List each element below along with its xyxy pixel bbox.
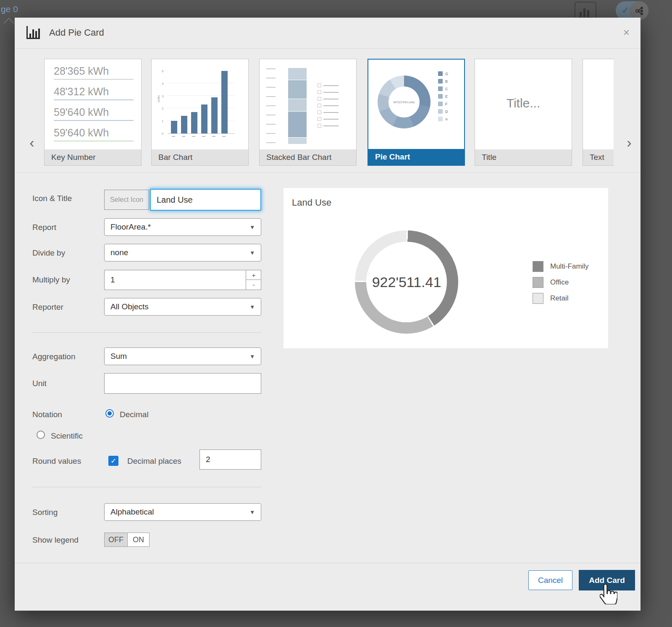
legend-item xyxy=(318,110,339,114)
notation-decimal-radio[interactable] xyxy=(105,409,114,418)
stepper-increase-button[interactable]: + xyxy=(246,270,261,280)
thumb-x-ticks xyxy=(168,134,235,137)
show-legend-toggle: OFF ON xyxy=(104,533,150,547)
axis-tick-label: 1 xyxy=(162,119,163,123)
sorting-dropdown[interactable]: Alphabetical ▼ xyxy=(104,503,261,521)
title-thumb-text: Title... xyxy=(475,96,572,110)
bar-chart-thumb: units 543210 xyxy=(152,59,248,149)
legend-label: Office xyxy=(550,278,569,287)
legend-item: E xyxy=(438,94,448,99)
stack-segment xyxy=(288,111,307,137)
carousel-next-button[interactable]: › xyxy=(623,134,635,151)
legend-text-placeholder xyxy=(323,125,339,126)
legend-item: Office xyxy=(533,277,589,288)
card-label: Text xyxy=(583,149,614,165)
bar-icon-part xyxy=(580,12,582,17)
legend-label: E xyxy=(445,94,448,99)
thumb-y-ticks: 543210 xyxy=(162,69,163,136)
notation-label: Notation xyxy=(32,410,62,419)
legend-label: D xyxy=(445,110,448,114)
thumb-legend: GBCEFDA xyxy=(438,71,448,124)
close-icon[interactable]: × xyxy=(623,27,630,38)
axis-tick-label: 0 xyxy=(162,132,163,136)
round-values-label: Round values xyxy=(32,457,81,466)
key-number-value: 59'640 kWh xyxy=(54,127,134,141)
card-label: Key Number xyxy=(45,149,141,165)
divide-by-value: none xyxy=(110,248,128,257)
card-type-carousel: ‹ › 28'365 kWh 48'312 kWh 59'640 kWh 59'… xyxy=(15,48,640,172)
legend-item xyxy=(318,97,339,101)
decimal-places-label: Decimal places xyxy=(127,457,181,466)
legend-swatch xyxy=(438,109,443,114)
legend-item: B xyxy=(438,79,448,84)
axis-tick-placeholder xyxy=(266,105,276,106)
chevron-down-icon: ▼ xyxy=(249,353,255,360)
add-pie-card-dialog: Add Pie Card × ‹ › 28'365 kWh 48'312 kWh… xyxy=(15,18,640,611)
legend-item xyxy=(318,124,339,128)
aggregation-dropdown[interactable]: Sum ▼ xyxy=(104,347,261,365)
thumb-donut: 64'922'943 units xyxy=(378,76,430,128)
select-icon-button[interactable]: Select Icon xyxy=(104,190,149,210)
legend-item xyxy=(318,90,339,94)
stack-segment xyxy=(288,80,307,99)
axis-tick-placeholder xyxy=(266,68,276,69)
dialog-title: Add Pie Card xyxy=(49,27,104,38)
legend-checkbox xyxy=(318,104,321,107)
legend-text-placeholder xyxy=(323,99,339,99)
card-preview-panel: Land Use 922'511.41 Multi-FamilyOfficeRe… xyxy=(284,188,608,348)
multiply-by-label: Multiply by xyxy=(32,275,70,285)
title-input[interactable] xyxy=(150,189,261,211)
multiply-by-input[interactable] xyxy=(104,270,261,290)
report-value: FloorArea.* xyxy=(110,222,151,232)
notation-scientific-label: Scientific xyxy=(51,431,83,441)
axis-tick-placeholder xyxy=(202,136,205,137)
aggregation-value: Sum xyxy=(110,352,127,361)
stack-segment xyxy=(288,99,307,112)
pie-chart-thumb: 64'922'943 units GBCEFDA xyxy=(368,60,464,149)
axis-tick-placeholder xyxy=(266,96,276,97)
card-type-pie-chart[interactable]: 64'922'943 units GBCEFDA Pie Chart xyxy=(368,59,465,166)
divide-by-label: Divide by xyxy=(32,248,65,258)
legend-on-button[interactable]: ON xyxy=(128,533,149,546)
bar xyxy=(211,97,218,133)
legend-item xyxy=(318,117,339,121)
round-values-checkbox[interactable]: ✓ xyxy=(108,456,118,466)
axis-tick-placeholder xyxy=(266,87,276,88)
report-dropdown[interactable]: FloorArea.* ▼ xyxy=(104,218,261,236)
legend-text-placeholder xyxy=(323,105,339,106)
thumb-donut-hole: 64'922'943 units xyxy=(388,86,420,118)
legend-off-button[interactable]: OFF xyxy=(105,533,128,546)
unit-input[interactable] xyxy=(104,373,261,394)
thumb-bar-plot xyxy=(168,71,235,134)
thumb-center-value: 64'922'943 units xyxy=(394,101,415,104)
multiply-by-stepper: + - xyxy=(246,270,261,290)
card-type-text[interactable]: # H ## Text xyxy=(583,59,614,166)
decimal-places-input[interactable] xyxy=(200,449,261,470)
notation-scientific-radio[interactable] xyxy=(37,431,45,439)
legend-text-placeholder xyxy=(323,85,339,86)
card-type-key-number[interactable]: 28'365 kWh 48'312 kWh 59'640 kWh 59'640 … xyxy=(44,59,142,166)
legend-item: Multi-Family xyxy=(533,261,589,272)
axis-tick-placeholder xyxy=(266,133,276,134)
icon-title-label: Icon & Title xyxy=(32,194,72,203)
axis-tick-label: 2 xyxy=(162,107,163,110)
cancel-button[interactable]: Cancel xyxy=(528,570,572,590)
legend-item xyxy=(318,104,339,107)
divide-by-dropdown[interactable]: none ▼ xyxy=(104,244,261,261)
card-type-title[interactable]: Title... Title xyxy=(475,59,572,166)
reporter-dropdown[interactable]: All Objects ▼ xyxy=(104,298,261,316)
stepper-decrease-button[interactable]: - xyxy=(246,280,261,290)
report-label: Report xyxy=(32,223,56,232)
card-type-stacked-bar-chart[interactable]: Stacked Bar Chart xyxy=(259,59,357,166)
preview-center-value: 922'511.41 xyxy=(372,274,441,290)
card-type-bar-chart[interactable]: units 543210 Bar Chart xyxy=(151,59,249,166)
axis-tick-placeholder xyxy=(266,78,276,78)
bar xyxy=(201,104,207,133)
preview-donut-hole: 922'511.41 xyxy=(366,242,447,322)
legend-item: Retail xyxy=(533,293,589,304)
preview-legend: Multi-FamilyOfficeRetail xyxy=(533,261,589,309)
notation-decimal-label: Decimal xyxy=(120,410,149,419)
axis-tick-label: 5 xyxy=(162,69,163,73)
carousel-prev-button[interactable]: ‹ xyxy=(26,134,38,151)
legend-swatch xyxy=(533,277,543,288)
